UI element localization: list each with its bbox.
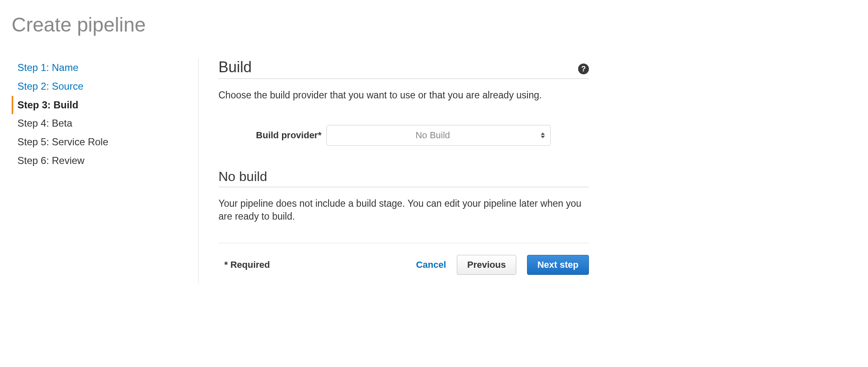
help-icon[interactable]: ? [578, 64, 589, 74]
page-title: Create pipeline [12, 13, 856, 36]
wizard-step-build[interactable]: Step 3: Build [12, 96, 190, 115]
wizard-step-service-role: Step 5: Service Role [12, 133, 190, 152]
next-step-button[interactable]: Next step [527, 255, 589, 275]
main-content: Build ? Choose the build provider that y… [199, 59, 622, 283]
build-provider-select[interactable]: No Build [326, 125, 551, 146]
wizard-steps-sidebar: Step 1: Name Step 2: Source Step 3: Buil… [12, 59, 199, 283]
build-provider-label: Build provider* [218, 130, 326, 141]
required-note: * Required [218, 259, 270, 270]
no-build-heading: No build [218, 169, 589, 187]
footer-divider [218, 243, 589, 243]
build-section-heading: Build [218, 59, 252, 76]
wizard-step-name[interactable]: Step 1: Name [12, 59, 190, 77]
no-build-description: Your pipeline does not include a build s… [218, 197, 589, 223]
wizard-step-beta: Step 4: Beta [12, 114, 190, 133]
previous-button[interactable]: Previous [457, 255, 516, 275]
wizard-step-review: Step 6: Review [12, 152, 190, 170]
cancel-button[interactable]: Cancel [416, 259, 446, 270]
build-section-description: Choose the build provider that you want … [218, 89, 589, 102]
wizard-step-source[interactable]: Step 2: Source [12, 77, 190, 96]
